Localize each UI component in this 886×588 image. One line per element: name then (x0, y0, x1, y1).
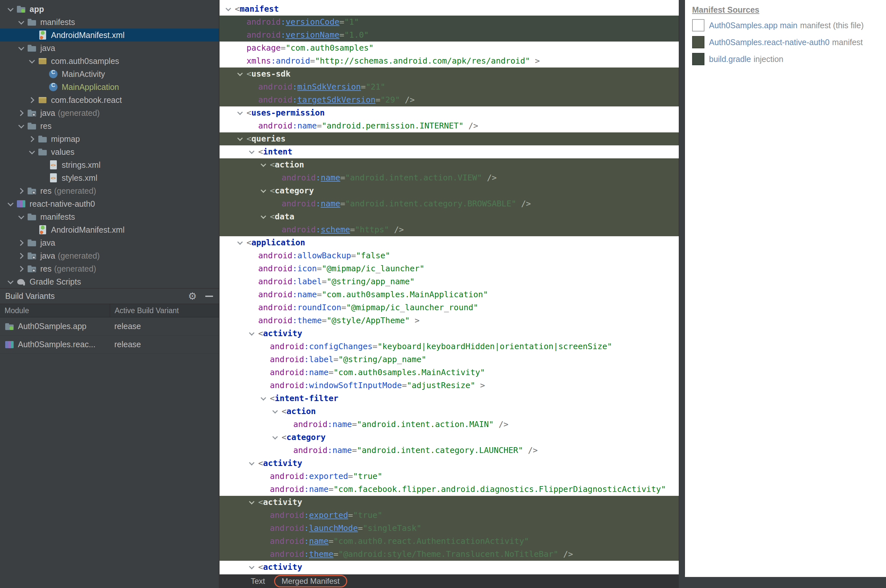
build-variant-row[interactable]: Auth0Samples.reac...release (0, 336, 219, 354)
fold-chevron-icon[interactable] (235, 68, 247, 81)
active-build-variant[interactable]: release (110, 336, 219, 353)
tree-item-com-auth0samples[interactable]: com.auth0samples (0, 54, 219, 68)
code-line[interactable]: android:icon="@mipmap/ic_launcher" (220, 262, 679, 275)
code-line[interactable]: <application (220, 236, 679, 249)
code-line[interactable]: <uses-permission (220, 106, 679, 119)
code-line[interactable]: android:name="android.permission.INTERNE… (220, 119, 679, 132)
code-line[interactable]: <activity (220, 327, 679, 340)
code-line[interactable]: <queries (220, 132, 679, 146)
tree-item-styles-xml[interactable]: styles.xml (0, 171, 219, 184)
tree-item-mainactivity[interactable]: MainActivity (0, 68, 219, 81)
fold-chevron-icon[interactable] (259, 184, 270, 197)
fold-chevron-icon[interactable] (247, 146, 258, 158)
code-line[interactable]: <uses-sdk (220, 68, 679, 81)
code-line[interactable]: android:versionCode="1" (220, 16, 679, 28)
tree-item-mipmap[interactable]: mipmap (0, 132, 219, 146)
code-line[interactable]: android:name="com.auth0samples.MainAppli… (220, 288, 679, 301)
chevron-down-icon[interactable] (6, 197, 16, 210)
chevron-down-icon[interactable] (27, 54, 38, 68)
fold-chevron-icon[interactable] (235, 132, 247, 146)
code-line[interactable]: <action (220, 405, 679, 418)
tree-item-react-native-auth0[interactable]: react-native-auth0 (0, 197, 219, 210)
chevron-right-icon[interactable] (17, 262, 27, 275)
tree-item-java[interactable]: java(generated) (0, 249, 219, 262)
chevron-right-icon[interactable] (27, 93, 38, 106)
chevron-down-icon[interactable] (27, 146, 38, 158)
tree-item-mainapplication[interactable]: MainApplication (0, 81, 219, 93)
chevron-right-icon[interactable] (27, 132, 38, 146)
chevron-down-icon[interactable] (17, 42, 27, 54)
fold-chevron-icon[interactable] (235, 106, 247, 119)
fold-chevron-icon[interactable] (271, 431, 281, 444)
code-line[interactable]: android:minSdkVersion="21" (220, 81, 679, 93)
tree-item-java[interactable]: java(generated) (0, 106, 219, 119)
build-variant-row[interactable]: Auth0Samples.apprelease (0, 317, 219, 336)
chevron-right-icon[interactable] (17, 184, 27, 197)
fold-chevron-icon[interactable] (247, 496, 258, 509)
settings-gear-icon[interactable]: ⚙ (188, 291, 197, 301)
fold-chevron-icon[interactable] (247, 327, 258, 340)
chevron-down-icon[interactable] (6, 3, 16, 16)
fold-chevron-icon[interactable] (259, 158, 270, 171)
code-line[interactable]: android:exported="true" (220, 470, 679, 483)
tree-item-strings-xml[interactable]: strings.xml (0, 158, 219, 171)
chevron-right-icon[interactable] (17, 106, 27, 119)
tree-item-app[interactable]: app (0, 3, 219, 16)
code-line[interactable]: xmlns:android="http://schemas.android.co… (220, 54, 679, 68)
tree-item-gradle-scripts[interactable]: Gradle Scripts (0, 275, 219, 288)
active-build-variant[interactable]: release (110, 317, 219, 335)
chevron-down-icon[interactable] (17, 210, 27, 223)
fold-chevron-icon[interactable] (259, 210, 270, 223)
tree-item-manifests[interactable]: manifests (0, 16, 219, 28)
chevron-right-icon[interactable] (17, 236, 27, 249)
fold-chevron-icon[interactable] (259, 392, 270, 405)
code-line[interactable]: android:name="android.intent.category.LA… (220, 444, 679, 457)
code-line[interactable]: <category (220, 431, 679, 444)
chevron-down-icon[interactable] (17, 16, 27, 28)
code-line[interactable]: <category (220, 184, 679, 197)
fold-chevron-icon[interactable] (271, 405, 281, 418)
tree-item-androidmanifest-xml[interactable]: AndroidManifest.xml (0, 223, 219, 236)
code-line[interactable]: android:windowSoftInputMode="adjustResiz… (220, 379, 679, 392)
tree-item-res[interactable]: res(generated) (0, 262, 219, 275)
code-line[interactable]: package="com.auth0samples" (220, 42, 679, 54)
tree-item-java[interactable]: java (0, 42, 219, 54)
chevron-down-icon[interactable] (17, 119, 27, 132)
code-line[interactable]: android:name="com.auth0.react.Authentica… (220, 535, 679, 548)
tree-item-manifests[interactable]: manifests (0, 210, 219, 223)
tab-text[interactable]: Text (251, 577, 265, 586)
code-line[interactable]: <manifest (220, 3, 679, 16)
code-line[interactable]: android:targetSdkVersion="29" /> (220, 93, 679, 106)
fold-chevron-icon[interactable] (247, 561, 258, 574)
code-line[interactable]: android:name="android.intent.category.BR… (220, 197, 679, 210)
code-line[interactable]: android:theme="@android:style/Theme.Tran… (220, 548, 679, 561)
tree-item-androidmanifest-xml[interactable]: AndroidManifest.xml (0, 28, 219, 42)
code-line[interactable]: android:versionName="1.0" (220, 28, 679, 42)
code-line[interactable]: <intent-filter (220, 392, 679, 405)
code-line[interactable]: android:exported="true" (220, 509, 679, 522)
code-line[interactable]: android:scheme="https" /> (220, 223, 679, 236)
code-line[interactable]: <activity (220, 561, 679, 574)
code-line[interactable]: android:label="@string/app_name" (220, 353, 679, 366)
code-line[interactable]: android:launchMode="singleTask" (220, 522, 679, 535)
code-line[interactable]: <activity (220, 496, 679, 509)
code-line[interactable]: android:name="android.intent.action.MAIN… (220, 418, 679, 431)
code-line[interactable]: <data (220, 210, 679, 223)
code-line[interactable]: android:label="@string/app_name" (220, 275, 679, 288)
fold-chevron-icon[interactable] (235, 236, 247, 249)
code-line[interactable]: android:allowBackup="false" (220, 249, 679, 262)
code-line[interactable]: android:name="com.auth0samples.MainActiv… (220, 366, 679, 379)
tree-item-res[interactable]: res (0, 119, 219, 132)
code-line[interactable]: <action (220, 158, 679, 171)
tree-item-com-facebook-react[interactable]: com.facebook.react (0, 93, 219, 106)
tab-merged-manifest[interactable]: Merged Manifest (274, 575, 347, 587)
code-line[interactable]: <intent (220, 146, 679, 158)
fold-chevron-icon[interactable] (224, 3, 235, 16)
tree-item-res[interactable]: res(generated) (0, 184, 219, 197)
chevron-right-icon[interactable] (17, 249, 27, 262)
code-line[interactable]: android:theme="@style/AppTheme" > (220, 314, 679, 327)
hide-panel-icon[interactable] (205, 296, 213, 297)
chevron-down-icon[interactable] (6, 275, 16, 288)
code-line[interactable]: android:name="com.facebook.flipper.andro… (220, 483, 679, 496)
fold-chevron-icon[interactable] (247, 457, 258, 470)
